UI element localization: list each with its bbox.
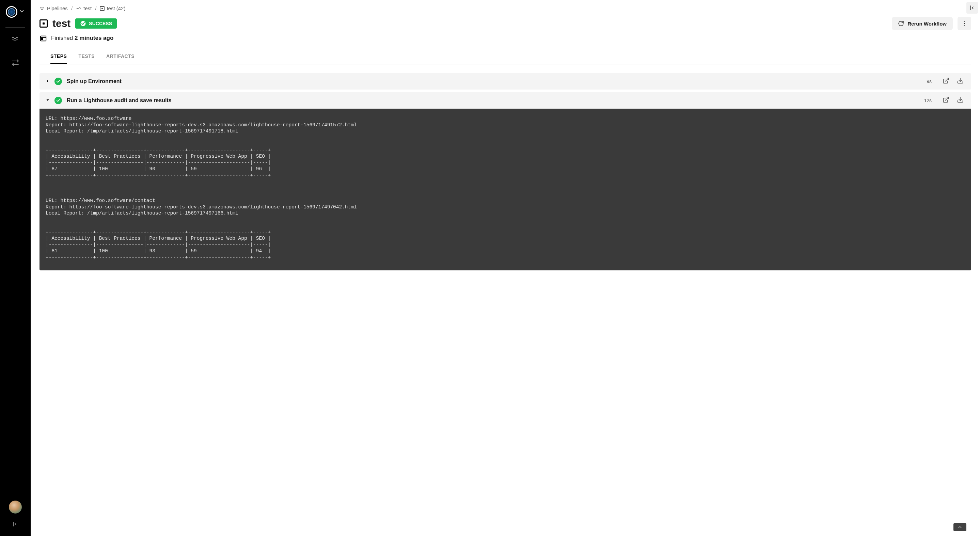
tab-tests[interactable]: TESTS (78, 49, 95, 64)
finished-row: Finished 2 minutes ago (31, 32, 980, 49)
divider (5, 27, 25, 28)
dots-vertical-icon (961, 21, 967, 27)
chevron-down-icon (46, 97, 50, 103)
calendar-icon (40, 34, 47, 42)
open-external-button[interactable] (941, 77, 951, 86)
job-icon (100, 6, 105, 11)
scroll-top-button[interactable] (953, 523, 966, 531)
svg-marker-9 (47, 80, 48, 83)
svg-rect-8 (41, 38, 43, 40)
step-row[interactable]: Run a Lighthouse audit and save results … (40, 92, 971, 109)
more-actions-button[interactable] (958, 17, 971, 30)
sidebar (0, 0, 31, 536)
main-content: Pipelines / test / test (42) test SUCCES… (31, 0, 980, 536)
avatar[interactable] (9, 501, 22, 514)
steps-list: Spin up Environment 9s (31, 64, 980, 284)
breadcrumb-job[interactable]: test (42) (100, 5, 125, 11)
check-icon (80, 21, 86, 27)
status-label: SUCCESS (89, 21, 112, 26)
chevron-down-icon (19, 8, 25, 16)
logo-icon (6, 6, 18, 18)
svg-point-5 (964, 25, 965, 26)
breadcrumb-pipelines-label: Pipelines (47, 5, 68, 11)
svg-line-10 (945, 78, 948, 81)
step-title: Run a Lighthouse audit and save results (67, 97, 919, 103)
chevron-right-icon (46, 78, 50, 84)
breadcrumb-separator: / (71, 5, 73, 11)
expand-sidebar-icon[interactable] (12, 521, 18, 528)
chevron-up-icon (957, 525, 963, 530)
terminal-output[interactable]: URL: https://www.foo.software Report: ht… (40, 109, 971, 270)
rerun-workflow-button[interactable]: Rerun Workflow (892, 17, 953, 30)
pipeline-icon (40, 6, 45, 11)
job-icon (40, 19, 48, 28)
download-button[interactable] (956, 96, 965, 105)
breadcrumb-workflow-label: test (83, 5, 92, 11)
open-external-button[interactable] (941, 96, 951, 105)
page-title: test (52, 18, 70, 29)
svg-point-3 (964, 21, 965, 22)
svg-point-2 (81, 21, 86, 26)
page-header: test SUCCESS Rerun Workflow (31, 11, 980, 32)
app-root: Pipelines / test / test (42) test SUCCES… (0, 0, 980, 536)
status-badge: SUCCESS (75, 18, 117, 29)
collapse-panel-button[interactable] (966, 2, 978, 14)
breadcrumb: Pipelines / test / test (42) (31, 0, 980, 11)
svg-point-4 (964, 23, 965, 24)
divider (5, 51, 25, 51)
finished-prefix: Finished (51, 35, 75, 41)
rerun-label: Rerun Workflow (907, 21, 947, 27)
sidebar-item-workflows[interactable] (8, 56, 22, 70)
step-title: Spin up Environment (67, 78, 922, 84)
tab-steps[interactable]: STEPS (50, 49, 67, 64)
finished-time: 2 minutes ago (75, 35, 113, 41)
tabs: STEPS TESTS ARTIFACTS (40, 49, 971, 64)
step-row[interactable]: Spin up Environment 9s (40, 73, 971, 89)
breadcrumb-job-label: test (42) (107, 5, 125, 11)
step-duration: 9s (926, 79, 932, 84)
sidebar-org-switcher[interactable] (6, 6, 25, 18)
breadcrumb-pipelines[interactable]: Pipelines (40, 5, 68, 11)
status-success-icon (54, 78, 62, 85)
svg-marker-12 (47, 99, 49, 101)
refresh-icon (898, 21, 904, 27)
svg-line-13 (945, 97, 948, 100)
download-button[interactable] (956, 77, 965, 86)
breadcrumb-workflow[interactable]: test (76, 5, 92, 11)
tab-artifacts[interactable]: ARTIFACTS (106, 49, 135, 64)
status-success-icon (54, 97, 62, 104)
workflow-icon (76, 6, 81, 11)
step-row-expanded: Run a Lighthouse audit and save results … (40, 92, 971, 270)
breadcrumb-separator: / (95, 5, 96, 11)
sidebar-item-pipelines[interactable] (8, 32, 22, 46)
step-duration: 12s (924, 98, 932, 103)
